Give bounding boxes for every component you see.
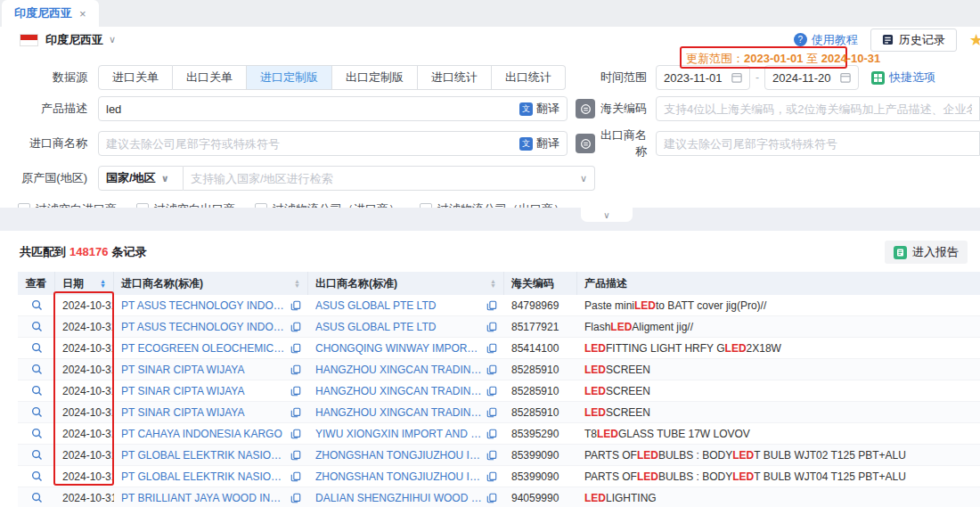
exporter-name[interactable]: ASUS GLOBAL PTE LTD: [315, 299, 483, 312]
start-date-value[interactable]: [664, 71, 728, 85]
exporter-name[interactable]: HANGZHOU XINGCAN TRADING CO LTD: [315, 364, 483, 376]
importer-cell[interactable]: PT SINAR CIPTA WIJAYA: [114, 380, 308, 401]
view-cell[interactable]: [18, 402, 55, 422]
origin-type-select[interactable]: 国家/地区 ∨: [98, 166, 184, 191]
view-cell[interactable]: [18, 295, 55, 315]
copy-icon[interactable]: [486, 364, 497, 375]
copy-icon[interactable]: [290, 407, 301, 418]
exporter-value[interactable]: [664, 137, 972, 151]
exporter-name[interactable]: ASUS GLOBAL PTE LTD: [315, 321, 483, 333]
exporter-name[interactable]: ZHONGSHAN TONGJIUZHOU INTERNA...: [315, 449, 483, 462]
copy-icon[interactable]: [290, 322, 301, 332]
exporter-name[interactable]: HANGZHOU XINGCAN TRADING CO LTD: [315, 406, 483, 419]
copy-icon[interactable]: [486, 322, 497, 332]
copy-icon[interactable]: [290, 493, 301, 503]
exporter-cell[interactable]: ASUS GLOBAL PTE LTD: [308, 316, 504, 337]
favorite-star-icon[interactable]: ★: [969, 30, 980, 50]
search-icon[interactable]: [25, 492, 48, 503]
view-cell[interactable]: [18, 487, 55, 507]
importer-name[interactable]: PT GLOBAL ELEKTRIK NASIONAL: [121, 449, 287, 462]
tab-import-stats[interactable]: 进口统计: [418, 65, 492, 90]
sort-icon[interactable]: ▲▼: [100, 279, 106, 288]
start-date-input[interactable]: [656, 65, 750, 90]
search-icon[interactable]: [25, 385, 48, 397]
column-header-date[interactable]: 日期▲▼: [55, 272, 114, 295]
translate-button[interactable]: 文 翻译: [519, 135, 559, 151]
history-button[interactable]: 历史记录: [870, 29, 957, 52]
copy-icon[interactable]: [486, 386, 497, 397]
tab-indonesia[interactable]: 印度尼西亚 ×: [2, 0, 99, 27]
tab-export-custom[interactable]: 出口定制版: [332, 65, 418, 90]
importer-cell[interactable]: PT GLOBAL ELEKTRIK NASIONAL: [114, 445, 308, 465]
search-icon[interactable]: [25, 321, 48, 332]
view-cell[interactable]: [18, 380, 55, 401]
tab-import-custom[interactable]: 进口定制版: [247, 65, 332, 90]
importer-cell[interactable]: PT BRILLIANT JAYA WOOD INDUSTRY: [114, 487, 308, 507]
search-icon[interactable]: [25, 299, 48, 311]
origin-search-input[interactable]: ∨: [184, 166, 595, 191]
sort-icon[interactable]: ▲▼: [490, 279, 496, 288]
importer-name[interactable]: PT CAHAYA INDONESIA KARGO: [121, 428, 287, 440]
exporter-cell[interactable]: DALIAN SHENGZHIHUI WOOD INDUST...: [308, 487, 504, 507]
end-date-input[interactable]: [764, 65, 859, 90]
importer-name[interactable]: PT GLOBAL ELEKTRIK NASIONAL: [121, 470, 287, 483]
exporter-input[interactable]: [656, 131, 980, 156]
copy-icon[interactable]: [486, 407, 497, 418]
view-cell[interactable]: [18, 316, 55, 337]
translate-button[interactable]: 文 翻译: [519, 101, 559, 117]
hs-code-value[interactable]: [664, 102, 972, 116]
hs-code-input[interactable]: [656, 96, 980, 121]
exporter-name[interactable]: HANGZHOU XINGCAN TRADING CO LTD: [315, 385, 483, 397]
importer-name[interactable]: PT SINAR CIPTA WIJAYA: [121, 406, 287, 419]
view-cell[interactable]: [18, 338, 55, 358]
copy-icon[interactable]: [290, 450, 301, 461]
importer-cell[interactable]: PT GLOBAL ELEKTRIK NASIONAL: [114, 466, 308, 487]
tab-import-declaration[interactable]: 进口关单: [98, 65, 173, 90]
importer-name[interactable]: PT ASUS TECHNOLOGY INDONESIA BA...: [121, 321, 287, 333]
copy-icon[interactable]: [290, 386, 301, 397]
view-cell[interactable]: [18, 359, 55, 380]
importer-input[interactable]: 文 翻译: [98, 131, 568, 156]
copy-icon[interactable]: [486, 343, 497, 354]
view-cell[interactable]: [18, 445, 55, 465]
importer-value[interactable]: [106, 137, 519, 151]
copy-icon[interactable]: [290, 471, 301, 482]
search-icon[interactable]: [25, 428, 48, 439]
importer-name[interactable]: PT BRILLIANT JAYA WOOD INDUSTRY: [121, 492, 287, 504]
search-icon[interactable]: [25, 449, 48, 461]
exporter-cell[interactable]: ASUS GLOBAL PTE LTD: [308, 295, 504, 315]
search-icon[interactable]: [25, 364, 48, 375]
view-cell[interactable]: [18, 423, 55, 444]
tab-export-stats[interactable]: 出口统计: [492, 65, 566, 90]
column-header-exporter[interactable]: 出口商名称(标准)▲▼: [308, 272, 504, 295]
copy-icon[interactable]: [290, 364, 301, 375]
enter-report-button[interactable]: 进入报告: [885, 241, 968, 264]
product-desc-value[interactable]: [106, 102, 519, 116]
copy-icon[interactable]: [290, 343, 301, 354]
importer-name[interactable]: PT ECOGREEN OLEOCHEMICALS: [121, 342, 287, 355]
copy-icon[interactable]: [486, 471, 497, 482]
tab-export-declaration[interactable]: 出口关单: [173, 65, 247, 90]
exporter-name[interactable]: DALIAN SHENGZHIHUI WOOD INDUST...: [315, 492, 483, 504]
view-cell[interactable]: [18, 466, 55, 487]
search-icon[interactable]: [25, 406, 48, 418]
close-icon[interactable]: ×: [79, 7, 86, 20]
exporter-name[interactable]: CHONGQING WINWAY IMPORT AND E...: [315, 342, 483, 355]
exporter-cell[interactable]: HANGZHOU XINGCAN TRADING CO LTD: [308, 380, 504, 401]
importer-cell[interactable]: PT CAHAYA INDONESIA KARGO: [114, 423, 308, 444]
sort-icon[interactable]: ▲▼: [294, 279, 300, 288]
tutorial-link[interactable]: ? 使用教程: [794, 32, 858, 48]
copy-icon[interactable]: [486, 429, 497, 439]
importer-name[interactable]: PT SINAR CIPTA WIJAYA: [121, 385, 287, 397]
exporter-cell[interactable]: ZHONGSHAN TONGJIUZHOU INTERNA...: [308, 445, 504, 465]
importer-cell[interactable]: PT SINAR CIPTA WIJAYA: [114, 359, 308, 380]
copy-icon[interactable]: [290, 429, 301, 439]
importer-cell[interactable]: PT ASUS TECHNOLOGY INDONESIA BA...: [114, 316, 308, 337]
copy-icon[interactable]: [486, 300, 497, 311]
importer-name[interactable]: PT SINAR CIPTA WIJAYA: [121, 364, 287, 376]
end-date-value[interactable]: [772, 71, 837, 85]
copy-icon[interactable]: [486, 493, 497, 503]
exporter-cell[interactable]: CHONGQING WINWAY IMPORT AND E...: [308, 338, 504, 358]
origin-search-value[interactable]: [191, 172, 580, 185]
copy-icon[interactable]: [486, 450, 497, 461]
